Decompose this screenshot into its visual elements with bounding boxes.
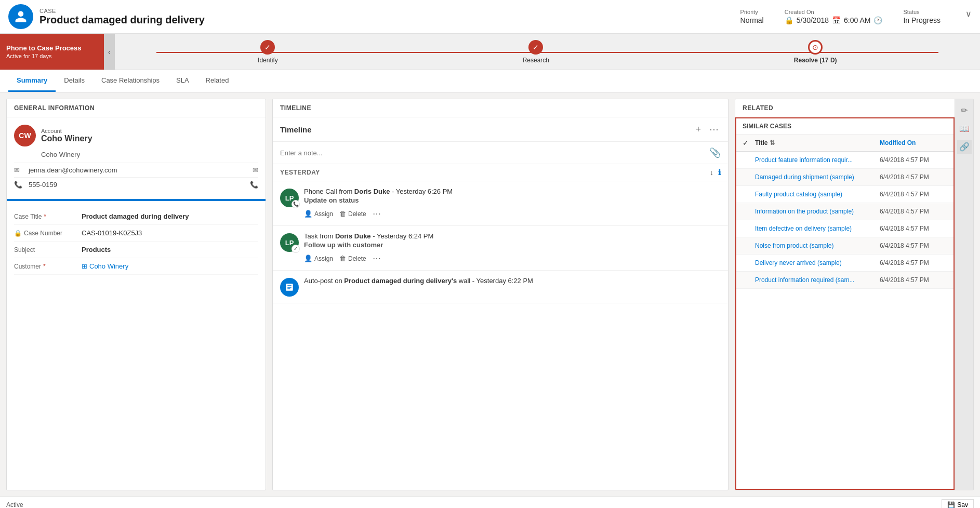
- field-subject: Subject Products: [14, 242, 258, 258]
- note-input[interactable]: [280, 149, 709, 157]
- field-case-number: 🔒 Case Number CAS-01019-K0Z5J3: [14, 225, 258, 242]
- link-sidebar-button[interactable]: 🔗: [957, 140, 972, 154]
- subject-value[interactable]: Products: [82, 246, 258, 253]
- similar-row[interactable]: Delivery never arrived (sample) 6/4/2018…: [736, 255, 953, 272]
- phone-action-icon[interactable]: 📞: [250, 181, 258, 189]
- similar-row[interactable]: Faulty product catalog (sample) 6/4/2018…: [736, 186, 953, 203]
- process-title: Phone to Case Process: [6, 44, 98, 52]
- status-dropdown-icon[interactable]: ∨: [965, 9, 972, 19]
- resolve-label: Resolve (17 D): [794, 57, 837, 64]
- status-bar: Active 💾 Sav: [0, 497, 980, 508]
- email-value[interactable]: jenna.dean@cohowinery.com: [29, 166, 248, 174]
- row-date-6: 6/4/2018 4:57 PM: [880, 259, 947, 266]
- book-sidebar-button[interactable]: 📖: [957, 122, 972, 136]
- assign-button-2[interactable]: 👤 Assign: [304, 253, 333, 264]
- lock-icon-small: 🔒: [14, 230, 22, 237]
- col-title-header: Title ⇅: [755, 139, 880, 146]
- similar-row[interactable]: Damaged during shipment (sample) 6/4/201…: [736, 169, 953, 186]
- similar-row[interactable]: Product feature information requir... 6/…: [736, 152, 953, 169]
- phone-row: 📞 555-0159 📞: [14, 177, 258, 192]
- row-title-5[interactable]: Noise from product (sample): [755, 242, 880, 249]
- col-modified-header[interactable]: Modified On: [880, 139, 947, 146]
- related-header: RELATED: [735, 99, 955, 117]
- row-date-7: 6/4/2018 4:57 PM: [880, 276, 947, 284]
- add-timeline-button[interactable]: +: [693, 123, 703, 136]
- attach-icon[interactable]: 📎: [709, 147, 721, 158]
- tab-case-relationships[interactable]: Case Relationships: [93, 70, 168, 92]
- case-title-value[interactable]: Product damaged during delivery: [82, 212, 258, 220]
- process-step-identify[interactable]: ✓ Identify: [258, 40, 278, 64]
- timeline-item-2: LP ✓ Task from Doris Duke - Yesterday 6:…: [273, 226, 728, 271]
- sort-icon[interactable]: ⇅: [770, 139, 775, 146]
- process-collapse-button[interactable]: ‹: [104, 34, 115, 70]
- timeline-panel: TIMELINE Timeline + ⋯ 📎 YESTERDAY ↓ ℹ LP…: [272, 99, 729, 490]
- check-all[interactable]: ✓: [743, 139, 755, 147]
- similar-table-header: ✓ Title ⇅ Modified On: [736, 135, 953, 152]
- main-content: GENERAL INFORMATION CW Account Coho Wine…: [0, 92, 980, 497]
- account-avatar: CW: [14, 125, 36, 146]
- active-status: Active: [6, 501, 23, 508]
- research-circle: ✓: [528, 40, 543, 55]
- timeline-item-actions-1: 👤 Assign 🗑 Delete ⋯: [304, 208, 721, 219]
- row-title-0[interactable]: Product feature information requir...: [755, 156, 880, 164]
- delete-button-1[interactable]: 🗑 Delete: [339, 208, 366, 219]
- row-title-7[interactable]: Product information required (sam...: [755, 276, 880, 284]
- timeline-item-title-1: Phone Call from Doris Duke - Yesterday 6…: [304, 188, 721, 195]
- row-title-6[interactable]: Delivery never arrived (sample): [755, 259, 880, 266]
- email-row: ✉ jenna.dean@cohowinery.com ✉: [14, 163, 258, 177]
- more-button-1[interactable]: ⋯: [373, 209, 381, 219]
- similar-row[interactable]: Noise from product (sample) 6/4/2018 4:5…: [736, 237, 953, 255]
- status-value: In Progress: [903, 16, 941, 24]
- sort-down-icon[interactable]: ↓: [710, 168, 714, 177]
- assign-button-1[interactable]: 👤 Assign: [304, 208, 333, 219]
- process-step-research[interactable]: ✓ Research: [523, 40, 549, 64]
- similar-row[interactable]: Item defective on delivery (sample) 6/4/…: [736, 220, 953, 237]
- phone-value[interactable]: 555-0159: [29, 181, 246, 189]
- customer-value[interactable]: ⊞ Coho Winery: [82, 262, 258, 270]
- customer-label: Customer *: [14, 263, 82, 270]
- row-title-3[interactable]: Information on the product (sample): [755, 208, 880, 215]
- case-avatar: [8, 4, 33, 29]
- info-icon[interactable]: ℹ: [718, 168, 721, 177]
- process-step-resolve[interactable]: ⊙ Resolve (17 D): [794, 40, 837, 64]
- timeline-header-row: Timeline + ⋯: [273, 117, 728, 142]
- account-row: CW Account Coho Winery: [14, 125, 258, 146]
- process-label: Phone to Case Process Active for 17 days: [0, 34, 104, 70]
- priority-group: Priority Normal: [740, 9, 764, 24]
- timeline-header-actions: + ⋯: [693, 123, 721, 136]
- yesterday-label: YESTERDAY: [280, 169, 320, 176]
- timeline-more-button[interactable]: ⋯: [707, 123, 721, 136]
- account-label: Account: [41, 128, 92, 134]
- tab-related[interactable]: Related: [197, 70, 237, 92]
- similar-row[interactable]: Product information required (sam... 6/4…: [736, 272, 953, 289]
- tab-sla[interactable]: SLA: [168, 70, 197, 92]
- timeline-item-title-3: Auto-post on Product damaged during deli…: [304, 277, 721, 285]
- account-subname: Coho Winery: [41, 151, 258, 158]
- timeline-item-1: LP 📞 Phone Call from Doris Duke - Yester…: [273, 181, 728, 226]
- edit-sidebar-button[interactable]: ✏: [959, 103, 970, 117]
- similar-row[interactable]: Information on the product (sample) 6/4/…: [736, 203, 953, 220]
- status-label: Status: [903, 9, 919, 15]
- general-information-panel: GENERAL INFORMATION CW Account Coho Wine…: [6, 99, 266, 490]
- row-title-2[interactable]: Faulty product catalog (sample): [755, 191, 880, 198]
- task-badge-2: ✓: [292, 245, 300, 253]
- link-icon: ⊞: [82, 262, 87, 270]
- research-label: Research: [523, 57, 549, 64]
- more-button-2[interactable]: ⋯: [373, 253, 381, 263]
- save-button[interactable]: 💾 Sav: [942, 499, 974, 508]
- timeline-avatar-1: LP 📞: [280, 189, 299, 207]
- email-action-icon[interactable]: ✉: [253, 166, 258, 174]
- tab-details[interactable]: Details: [56, 70, 93, 92]
- timeline-item-subtitle-1: Update on status: [304, 196, 721, 204]
- row-title-1[interactable]: Damaged during shipment (sample): [755, 173, 880, 181]
- tabs-bar: Summary Details Case Relationships SLA R…: [0, 70, 980, 92]
- row-title-4[interactable]: Item defective on delivery (sample): [755, 225, 880, 232]
- tab-summary[interactable]: Summary: [8, 70, 56, 92]
- process-bar: Phone to Case Process Active for 17 days…: [0, 34, 980, 70]
- clock-icon[interactable]: 🕐: [873, 16, 882, 24]
- delete-button-2[interactable]: 🗑 Delete: [339, 253, 366, 264]
- account-name[interactable]: Coho Winery: [41, 134, 92, 143]
- calendar-icon[interactable]: 📅: [832, 16, 841, 24]
- lock-icon: 🔒: [785, 16, 793, 24]
- timeline-avatar-3: [280, 278, 299, 297]
